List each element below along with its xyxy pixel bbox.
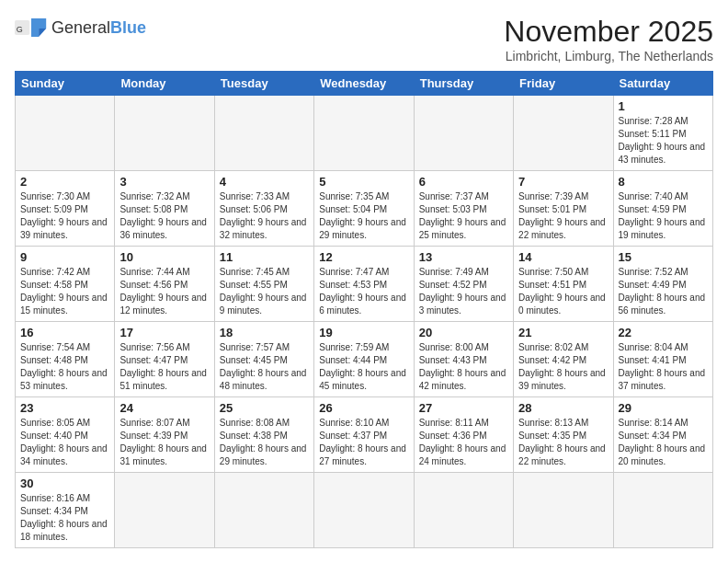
- day-number: 2: [20, 175, 109, 189]
- day-number: 26: [319, 401, 408, 415]
- weekday-header-wednesday: Wednesday: [314, 72, 414, 96]
- day-info: Sunrise: 7:33 AM Sunset: 5:06 PM Dayligh…: [220, 190, 309, 242]
- calendar-day-cell: 28Sunrise: 8:13 AM Sunset: 4:35 PM Dayli…: [514, 397, 613, 473]
- calendar-day-cell: 23Sunrise: 8:05 AM Sunset: 4:40 PM Dayli…: [16, 397, 115, 473]
- calendar-week-row: 30Sunrise: 8:16 AM Sunset: 4:34 PM Dayli…: [16, 473, 713, 548]
- day-number: 27: [419, 401, 508, 415]
- weekday-header-friday: Friday: [514, 72, 613, 96]
- calendar-day-cell: 11Sunrise: 7:45 AM Sunset: 4:55 PM Dayli…: [214, 247, 313, 322]
- day-info: Sunrise: 7:45 AM Sunset: 4:55 PM Dayligh…: [220, 266, 309, 317]
- weekday-header-tuesday: Tuesday: [214, 72, 313, 96]
- day-number: 29: [619, 401, 708, 415]
- title-block: November 2025 Limbricht, Limburg, The Ne…: [504, 15, 713, 63]
- calendar-day-cell: 16Sunrise: 7:54 AM Sunset: 4:48 PM Dayli…: [16, 322, 115, 397]
- calendar-day-cell: 30Sunrise: 8:16 AM Sunset: 4:34 PM Dayli…: [16, 473, 115, 548]
- day-number: 17: [119, 326, 209, 339]
- day-number: 22: [619, 326, 708, 339]
- calendar-day-cell: 1Sunrise: 7:28 AM Sunset: 5:11 PM Daylig…: [613, 96, 712, 171]
- calendar-day-cell: 22Sunrise: 8:04 AM Sunset: 4:41 PM Dayli…: [613, 322, 712, 397]
- day-info: Sunrise: 8:07 AM Sunset: 4:39 PM Dayligh…: [119, 417, 209, 468]
- day-info: Sunrise: 7:52 AM Sunset: 4:49 PM Dayligh…: [619, 266, 708, 317]
- calendar-week-row: 23Sunrise: 8:05 AM Sunset: 4:40 PM Dayli…: [16, 397, 713, 473]
- day-info: Sunrise: 7:42 AM Sunset: 4:58 PM Dayligh…: [20, 266, 109, 317]
- day-info: Sunrise: 8:02 AM Sunset: 4:42 PM Dayligh…: [518, 341, 608, 393]
- day-info: Sunrise: 7:44 AM Sunset: 4:56 PM Dayligh…: [119, 266, 209, 317]
- day-number: 21: [518, 326, 608, 339]
- day-number: 5: [319, 175, 408, 189]
- calendar-day-cell: 24Sunrise: 8:07 AM Sunset: 4:39 PM Dayli…: [115, 397, 214, 473]
- svg-marker-3: [39, 29, 46, 37]
- calendar-day-cell: [214, 473, 313, 548]
- day-number: 4: [220, 175, 309, 189]
- weekday-header-row: SundayMondayTuesdayWednesdayThursdayFrid…: [16, 72, 713, 96]
- calendar-day-cell: 2Sunrise: 7:30 AM Sunset: 5:09 PM Daylig…: [16, 171, 115, 247]
- weekday-header-sunday: Sunday: [16, 72, 115, 96]
- day-number: 16: [20, 326, 109, 339]
- calendar-day-cell: [16, 96, 115, 171]
- day-number: 7: [518, 175, 608, 189]
- calendar-day-cell: 7Sunrise: 7:39 AM Sunset: 5:01 PM Daylig…: [514, 171, 613, 247]
- calendar-day-cell: [414, 473, 513, 548]
- calendar-day-cell: [514, 473, 613, 548]
- day-info: Sunrise: 8:00 AM Sunset: 4:43 PM Dayligh…: [419, 341, 508, 393]
- calendar-day-cell: 29Sunrise: 8:14 AM Sunset: 4:34 PM Dayli…: [613, 397, 712, 473]
- logo: G GeneralBlue: [15, 15, 146, 40]
- calendar-day-cell: [314, 96, 414, 171]
- calendar-day-cell: [613, 473, 712, 548]
- day-info: Sunrise: 8:04 AM Sunset: 4:41 PM Dayligh…: [619, 341, 708, 393]
- calendar-day-cell: 6Sunrise: 7:37 AM Sunset: 5:03 PM Daylig…: [414, 171, 513, 247]
- calendar-day-cell: 8Sunrise: 7:40 AM Sunset: 4:59 PM Daylig…: [613, 171, 712, 247]
- day-info: Sunrise: 7:59 AM Sunset: 4:44 PM Dayligh…: [319, 341, 408, 393]
- day-number: 25: [220, 401, 309, 415]
- calendar-day-cell: [214, 96, 313, 171]
- calendar-week-row: 9Sunrise: 7:42 AM Sunset: 4:58 PM Daylig…: [16, 247, 713, 322]
- day-info: Sunrise: 7:30 AM Sunset: 5:09 PM Dayligh…: [20, 190, 109, 242]
- calendar-day-cell: 27Sunrise: 8:11 AM Sunset: 4:36 PM Dayli…: [414, 397, 513, 473]
- calendar-day-cell: 10Sunrise: 7:44 AM Sunset: 4:56 PM Dayli…: [115, 247, 214, 322]
- day-number: 12: [319, 250, 408, 264]
- calendar-day-cell: 18Sunrise: 7:57 AM Sunset: 4:45 PM Dayli…: [214, 322, 313, 397]
- calendar-day-cell: 20Sunrise: 8:00 AM Sunset: 4:43 PM Dayli…: [414, 322, 513, 397]
- logo-text: GeneralBlue: [51, 19, 146, 36]
- calendar-day-cell: 26Sunrise: 8:10 AM Sunset: 4:37 PM Dayli…: [314, 397, 414, 473]
- day-number: 6: [419, 175, 508, 189]
- calendar-week-row: 1Sunrise: 7:28 AM Sunset: 5:11 PM Daylig…: [16, 96, 713, 171]
- weekday-header-saturday: Saturday: [613, 72, 712, 96]
- weekday-header-thursday: Thursday: [414, 72, 513, 96]
- day-info: Sunrise: 8:16 AM Sunset: 4:34 PM Dayligh…: [20, 492, 109, 544]
- calendar-day-cell: [414, 96, 513, 171]
- day-number: 3: [119, 175, 209, 189]
- calendar-week-row: 2Sunrise: 7:30 AM Sunset: 5:09 PM Daylig…: [16, 171, 713, 247]
- month-title: November 2025: [504, 15, 713, 49]
- calendar-day-cell: 15Sunrise: 7:52 AM Sunset: 4:49 PM Dayli…: [613, 247, 712, 322]
- day-number: 30: [20, 477, 109, 490]
- calendar-day-cell: 12Sunrise: 7:47 AM Sunset: 4:53 PM Dayli…: [314, 247, 414, 322]
- calendar-day-cell: 25Sunrise: 8:08 AM Sunset: 4:38 PM Dayli…: [214, 397, 313, 473]
- weekday-header-monday: Monday: [115, 72, 214, 96]
- day-number: 11: [220, 250, 309, 264]
- day-info: Sunrise: 7:35 AM Sunset: 5:04 PM Dayligh…: [319, 190, 408, 242]
- day-number: 9: [20, 250, 109, 264]
- calendar-day-cell: [115, 473, 214, 548]
- day-number: 28: [518, 401, 608, 415]
- day-info: Sunrise: 8:05 AM Sunset: 4:40 PM Dayligh…: [20, 417, 109, 468]
- svg-text:G: G: [17, 25, 23, 34]
- svg-marker-2: [31, 18, 46, 37]
- location: Limbricht, Limburg, The Netherlands: [504, 49, 713, 63]
- day-info: Sunrise: 7:57 AM Sunset: 4:45 PM Dayligh…: [220, 341, 309, 393]
- day-number: 18: [220, 326, 309, 339]
- day-info: Sunrise: 7:40 AM Sunset: 4:59 PM Dayligh…: [619, 190, 708, 242]
- calendar-day-cell: 14Sunrise: 7:50 AM Sunset: 4:51 PM Dayli…: [514, 247, 613, 322]
- day-number: 24: [119, 401, 209, 415]
- calendar-day-cell: 5Sunrise: 7:35 AM Sunset: 5:04 PM Daylig…: [314, 171, 414, 247]
- calendar-day-cell: [314, 473, 414, 548]
- calendar-day-cell: 21Sunrise: 8:02 AM Sunset: 4:42 PM Dayli…: [514, 322, 613, 397]
- day-number: 15: [619, 250, 708, 264]
- day-number: 14: [518, 250, 608, 264]
- day-number: 1: [619, 99, 708, 113]
- day-info: Sunrise: 8:13 AM Sunset: 4:35 PM Dayligh…: [518, 417, 608, 468]
- day-info: Sunrise: 7:32 AM Sunset: 5:08 PM Dayligh…: [119, 190, 209, 242]
- page-header: G GeneralBlue November 2025 Limbricht, L…: [15, 15, 713, 63]
- day-info: Sunrise: 8:10 AM Sunset: 4:37 PM Dayligh…: [319, 417, 408, 468]
- day-info: Sunrise: 7:39 AM Sunset: 5:01 PM Dayligh…: [518, 190, 608, 242]
